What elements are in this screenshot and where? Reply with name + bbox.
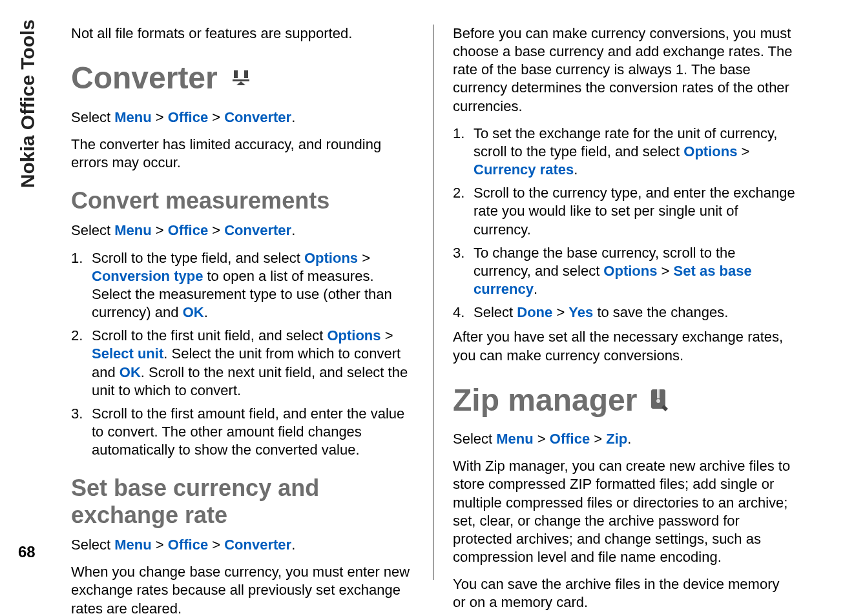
link-office[interactable]: Office [168, 109, 208, 125]
sidebar: Nokia Office Tools [13, 19, 45, 590]
svg-point-3 [656, 399, 660, 403]
link-menu[interactable]: Menu [496, 431, 533, 447]
set-base-path: Select Menu > Office > Converter. [71, 536, 413, 554]
heading-zip-text: Zip manager [453, 380, 637, 420]
svg-rect-2 [657, 389, 660, 398]
list-item: 3. Scroll to the first amount field, and… [71, 405, 413, 459]
link-zip[interactable]: Zip [606, 431, 627, 447]
link-conversion-type[interactable]: Conversion type [92, 268, 203, 284]
link-ok[interactable]: OK [183, 304, 204, 320]
link-done[interactable]: Done [517, 304, 552, 320]
link-options[interactable]: Options [683, 143, 737, 159]
right-column: Before you can make currency conversions… [433, 25, 795, 597]
zip-save: You can save the archive files in the de… [453, 575, 795, 611]
link-options[interactable]: Options [327, 327, 380, 344]
left-column: Not all file formats or features are sup… [71, 25, 433, 597]
heading-zip-manager: Zip manager [453, 380, 795, 420]
list-item: 4. Select Done > Yes to save the changes… [453, 303, 795, 322]
convert-measurements-steps: 1. Scroll to the type field, and select … [71, 249, 413, 460]
converter-accuracy: The converter has limited accuracy, and … [71, 136, 413, 172]
heading-converter: Converter [71, 58, 413, 98]
convert-meas-path: Select Menu > Office > Converter. [71, 221, 413, 240]
list-item: 1. Scroll to the type field, and select … [71, 249, 413, 322]
page-content: Not all file formats or features are sup… [71, 25, 835, 597]
link-converter[interactable]: Converter [224, 537, 291, 553]
link-ok[interactable]: OK [120, 364, 141, 380]
link-menu[interactable]: Menu [114, 222, 151, 238]
link-office[interactable]: Office [168, 222, 208, 238]
list-item: 2. Scroll to the first unit field, and s… [71, 327, 413, 400]
link-office[interactable]: Office [168, 537, 208, 553]
link-menu[interactable]: Menu [114, 109, 151, 125]
heading-set-base-currency: Set base currency and exchange rate [71, 475, 413, 528]
intro-note: Not all file formats or features are sup… [71, 25, 413, 43]
page-number: 68 [18, 543, 36, 561]
svg-rect-0 [233, 79, 249, 81]
list-item: 3. To change the base currency, scroll t… [453, 244, 795, 298]
currency-intro: Before you can make currency conversions… [453, 25, 795, 116]
heading-converter-text: Converter [71, 58, 218, 98]
heading-convert-measurements: Convert measurements [71, 187, 413, 214]
link-yes[interactable]: Yes [568, 304, 593, 320]
zip-desc: With Zip manager, you can create new arc… [453, 457, 795, 566]
converter-path: Select Menu > Office > Converter. [71, 108, 413, 127]
chapter-label: Nokia Office Tools [17, 19, 39, 188]
list-item: 1. To set the exchange rate for the unit… [453, 125, 795, 179]
currency-after: After you have set all the necessary exc… [453, 328, 795, 364]
zip-path: Select Menu > Office > Zip. [453, 430, 795, 448]
link-office[interactable]: Office [550, 431, 590, 447]
zip-icon [649, 388, 668, 411]
link-menu[interactable]: Menu [114, 537, 151, 553]
converter-icon [229, 67, 253, 90]
link-options[interactable]: Options [304, 250, 358, 266]
list-item: 2. Scroll to the currency type, and ente… [453, 184, 795, 238]
currency-steps: 1. To set the exchange rate for the unit… [453, 125, 795, 322]
set-base-note: When you change base currency, you must … [71, 563, 413, 616]
link-converter[interactable]: Converter [224, 222, 291, 238]
link-select-unit[interactable]: Select unit [92, 345, 163, 362]
link-converter[interactable]: Converter [224, 109, 291, 125]
link-options[interactable]: Options [603, 263, 657, 279]
link-currency-rates[interactable]: Currency rates [474, 161, 574, 178]
